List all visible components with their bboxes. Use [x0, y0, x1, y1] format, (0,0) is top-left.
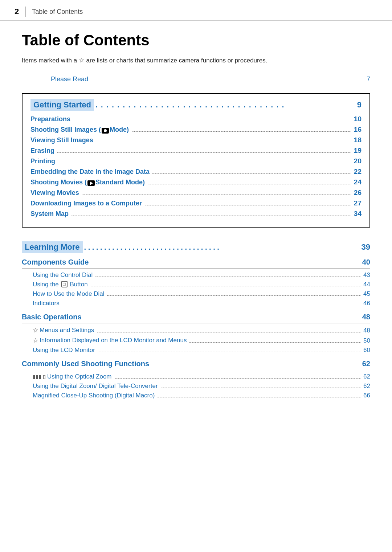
dots-viewing-movies — [82, 195, 351, 195]
page-digital-zoom: 62 — [363, 383, 370, 390]
toc-row-close-up: Magnified Close-Up Shooting (Digital Mac… — [22, 392, 370, 399]
components-guide-heading: Components Guide — [22, 258, 89, 266]
link-erasing[interactable]: Erasing — [30, 147, 54, 155]
toc-row-still-images: Shooting Still Images ( Mode) 16 — [30, 126, 362, 134]
func-label-after: Button — [68, 281, 88, 288]
dots-func-button — [91, 286, 360, 286]
page-viewing-movies: 26 — [354, 189, 362, 197]
toc-row-erasing: Erasing 19 — [30, 147, 362, 155]
please-read-page: 7 — [367, 75, 370, 83]
still-label-after: Mode) — [110, 126, 129, 134]
page-printing: 20 — [354, 157, 362, 165]
basic-operations-heading: Basic Operations — [22, 313, 82, 321]
toc-row-func-button: Using the □ Button 44 — [22, 281, 370, 288]
dots-optical-zoom — [115, 378, 361, 379]
main-content: Table of Contents Items marked with a ☆ … — [0, 21, 392, 422]
page-func-button: 44 — [363, 281, 370, 288]
please-read-link[interactable]: Please Read — [51, 75, 88, 83]
shooting-functions-heading: Commonly Used Shooting Functions — [22, 360, 149, 368]
shooting-functions-heading-row: Commonly Used Shooting Functions 62 — [22, 360, 370, 370]
link-viewing-movies[interactable]: Viewing Movies — [30, 189, 79, 197]
toc-row-lcd-info: ☆ Information Displayed on the LCD Monit… — [22, 336, 370, 344]
dots-still-images — [132, 131, 351, 132]
page-erasing: 19 — [354, 147, 362, 155]
dots-close-up — [158, 397, 360, 397]
toc-row-mode-dial: How to Use the Mode Dial 45 — [22, 290, 370, 298]
toc-row-digital-zoom: Using the Digital Zoom/ Digital Tele-Con… — [22, 383, 370, 390]
toc-row-system-map: System Map 34 — [30, 210, 362, 218]
zoom-icons: ▮▮▮ ▯ — [33, 374, 46, 380]
link-optical-zoom[interactable]: ▮▮▮ ▯ Using the Optical Zoom — [33, 373, 112, 380]
link-viewing-still[interactable]: Viewing Still Images — [30, 136, 93, 144]
components-guide-page: 40 — [362, 258, 370, 266]
intro-text: Items marked with a ☆ are lists or chart… — [22, 56, 370, 65]
optical-zoom-label: Using the Optical Zoom — [47, 373, 112, 380]
dots-digital-zoom — [161, 388, 361, 388]
page-viewing-still: 18 — [354, 136, 362, 144]
header-title: Table of Contents — [32, 8, 83, 16]
link-close-up[interactable]: Magnified Close-Up Shooting (Digital Mac… — [33, 392, 155, 399]
dots-downloading — [145, 205, 351, 205]
toc-row-lcd-monitor: Using the LCD Monitor 60 — [22, 347, 370, 354]
page-preparations: 10 — [354, 115, 362, 123]
toc-row-embedding: Embedding the Date in the Image Data 22 — [30, 168, 362, 176]
link-mode-dial[interactable]: How to Use the Mode Dial — [33, 290, 104, 298]
link-control-dial[interactable]: Using the Control Dial — [33, 271, 93, 279]
shooting-functions-page: 62 — [362, 360, 370, 368]
link-digital-zoom[interactable]: Using the Digital Zoom/ Digital Tele-Con… — [33, 383, 158, 390]
star-bullet-menus: ☆ — [33, 326, 38, 334]
func-label-before: Using the — [33, 281, 61, 288]
dots-embedding — [152, 173, 351, 174]
page-movies: 24 — [354, 178, 362, 186]
page-system-map: 34 — [354, 210, 362, 218]
link-system-map[interactable]: System Map — [30, 210, 69, 218]
toc-row-optical-zoom: ▮▮▮ ▯ Using the Optical Zoom 62 — [22, 373, 370, 380]
toc-row-indicators: Indicators 46 — [22, 300, 370, 307]
toc-row-control-dial: Using the Control Dial 43 — [22, 271, 370, 279]
link-lcd-info[interactable]: ☆ Information Displayed on the LCD Monit… — [33, 336, 187, 344]
getting-started-dots: . . . . . . . . . . . . . . . . . . . . … — [94, 101, 357, 109]
header-divider — [25, 7, 26, 17]
learning-more-dots: . . . . . . . . . . . . . . . . . . . . … — [83, 243, 362, 252]
dots-system-map — [72, 216, 351, 216]
dots-printing — [58, 163, 351, 163]
toc-row-menus: ☆ Menus and Settings 48 — [22, 326, 370, 334]
link-indicators[interactable]: Indicators — [33, 300, 60, 307]
please-read-row: Please Read 7 — [22, 75, 370, 83]
link-movies[interactable]: Shooting Movies ( Standard Mode) — [30, 179, 145, 186]
link-downloading[interactable]: Downloading Images to a Computer — [30, 200, 142, 207]
dots-menus — [97, 332, 360, 332]
toc-row-printing: Printing 20 — [30, 157, 362, 165]
page-lcd-monitor: 60 — [363, 347, 370, 354]
learning-more-page: 39 — [362, 242, 370, 252]
link-still-images[interactable]: Shooting Still Images ( Mode) — [30, 126, 129, 134]
page-still-images: 16 — [354, 126, 362, 134]
toc-row-movies: Shooting Movies ( Standard Mode) 24 — [30, 178, 362, 186]
link-preparations[interactable]: Preparations — [30, 115, 70, 123]
dots-preparations — [73, 121, 351, 121]
lcd-info-label: Information Displayed on the LCD Monitor… — [40, 337, 187, 344]
movie-icon — [87, 180, 95, 186]
basic-operations-page: 48 — [362, 313, 370, 321]
intro-before: Items marked with a — [22, 57, 79, 64]
link-func-button[interactable]: Using the □ Button — [33, 281, 88, 288]
getting-started-title: Getting Started — [30, 99, 94, 111]
camera-icon — [102, 128, 109, 134]
toc-row-preparations: Preparations 10 — [30, 115, 362, 123]
movies-label-before: Shooting Movies ( — [30, 179, 87, 186]
movies-label-after: Standard Mode) — [95, 179, 145, 186]
link-printing[interactable]: Printing — [30, 158, 55, 165]
menus-label: Menus and Settings — [40, 327, 94, 334]
link-embedding[interactable]: Embedding the Date in the Image Data — [30, 168, 150, 176]
page-header: 2 Table of Contents — [0, 0, 392, 21]
link-lcd-monitor[interactable]: Using the LCD Monitor — [33, 347, 95, 354]
dots-lcd-info — [189, 342, 360, 343]
learning-more-section: Learning More . . . . . . . . . . . . . … — [22, 241, 370, 399]
components-guide-heading-row: Components Guide 40 — [22, 258, 370, 269]
dots-indicators — [62, 305, 360, 305]
basic-operations-heading-row: Basic Operations 48 — [22, 313, 370, 323]
link-menus[interactable]: ☆ Menus and Settings — [33, 326, 94, 334]
page-indicators: 46 — [363, 300, 370, 307]
star-icon: ☆ — [79, 56, 85, 65]
getting-started-page: 9 — [357, 100, 362, 110]
